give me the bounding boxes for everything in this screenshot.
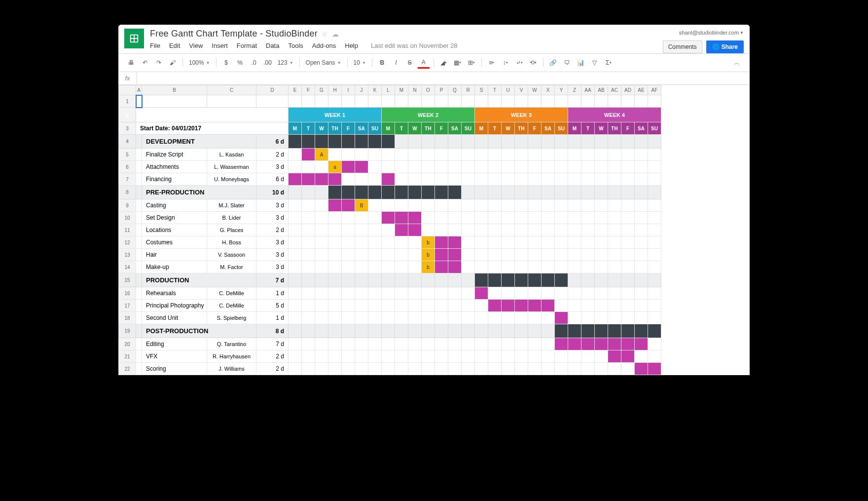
task-owner[interactable]: V. Sassoon — [207, 249, 256, 261]
row-header[interactable]: 8 — [119, 186, 136, 199]
day-header[interactable]: F — [435, 122, 448, 135]
col-header[interactable]: I — [342, 85, 355, 95]
task-duration[interactable]: 2 d — [256, 149, 289, 161]
comments-button[interactable]: Comments — [663, 40, 702, 53]
gantt-bar-cell[interactable] — [542, 300, 555, 312]
gantt-bar-cell[interactable] — [448, 249, 462, 261]
menu-insert[interactable]: Insert — [212, 42, 228, 49]
task-name[interactable]: Second Unit — [142, 312, 207, 324]
task-duration[interactable]: 2 d — [256, 350, 289, 363]
task-duration[interactable]: 6 d — [256, 173, 289, 186]
gantt-bar-cell[interactable] — [328, 199, 342, 212]
gantt-bar-cell[interactable]: b — [422, 249, 435, 261]
col-header[interactable]: C — [207, 85, 256, 95]
row-header[interactable]: 11 — [119, 224, 136, 236]
gantt-bar-cell[interactable] — [315, 173, 328, 186]
col-header[interactable]: AA — [581, 85, 595, 95]
project-title[interactable]: Shorts — [136, 108, 289, 122]
day-header[interactable]: W — [502, 122, 515, 135]
gantt-bar-cell[interactable]: b — [422, 261, 435, 273]
col-header[interactable]: D — [256, 85, 289, 95]
row-header[interactable]: 17 — [119, 300, 136, 312]
task-name[interactable]: Principal Photography — [142, 300, 207, 312]
row-header[interactable]: 9 — [119, 199, 136, 212]
day-header[interactable]: F — [528, 122, 542, 135]
gantt-bar-cell[interactable] — [528, 300, 542, 312]
col-header[interactable]: Q — [448, 85, 462, 95]
day-header[interactable]: SA — [448, 122, 462, 135]
gantt-bar-cell[interactable] — [608, 350, 621, 363]
gantt-bar-cell[interactable] — [475, 287, 488, 300]
gantt-bar-cell[interactable] — [302, 173, 315, 186]
row-header[interactable]: 21 — [119, 350, 136, 363]
task-name[interactable]: Make-up — [142, 261, 207, 273]
col-header[interactable]: A — [136, 85, 142, 95]
task-owner[interactable]: S. Spielberg — [207, 312, 256, 324]
menu-data[interactable]: Data — [266, 42, 279, 49]
decrease-decimal-icon[interactable]: .0 — [248, 57, 260, 69]
col-header[interactable]: AC — [608, 85, 621, 95]
col-header[interactable]: P — [435, 85, 448, 95]
task-duration[interactable]: 3 d — [256, 249, 289, 261]
col-header[interactable]: N — [408, 85, 422, 95]
gantt-bar-cell[interactable] — [502, 300, 515, 312]
start-date[interactable]: Start Date: 04/01/2017 — [136, 122, 289, 135]
gantt-bar-cell[interactable] — [435, 261, 448, 273]
task-name[interactable]: Finalize Script — [142, 149, 207, 161]
col-header[interactable]: J — [355, 85, 368, 95]
col-header[interactable]: K — [368, 85, 382, 95]
day-header[interactable]: T — [581, 122, 595, 135]
section-name[interactable]: POST-PRODUCTION — [142, 324, 256, 338]
strike-icon[interactable]: S — [404, 57, 416, 69]
row-header[interactable]: 7 — [119, 173, 136, 186]
task-duration[interactable]: 3 d — [256, 161, 289, 173]
gantt-bar-cell[interactable] — [555, 312, 568, 324]
task-owner[interactable]: R. Harryhausen — [207, 350, 256, 363]
task-duration[interactable]: 2 d — [256, 224, 289, 236]
col-header[interactable]: B — [142, 85, 207, 95]
menu-edit[interactable]: Edit — [169, 42, 180, 49]
day-header[interactable]: TH — [422, 122, 435, 135]
task-duration[interactable]: 1 d — [256, 287, 289, 300]
spreadsheet-grid[interactable]: ABCDEFGHIJKLMNOPQRSTUVWXYZAAABACADAEAF12… — [118, 85, 661, 375]
task-owner[interactable]: U. Moneybags — [207, 173, 256, 186]
task-name[interactable]: Set Design — [142, 212, 207, 224]
week-header[interactable]: WEEK 1 — [289, 108, 382, 122]
section-duration[interactable]: 10 d — [256, 186, 289, 199]
task-owner[interactable]: L. Kasdan — [207, 149, 256, 161]
gantt-bar-cell[interactable] — [608, 338, 621, 350]
task-name[interactable]: Casting — [142, 199, 207, 212]
col-header[interactable]: V — [515, 85, 528, 95]
chart-icon[interactable]: 📊 — [575, 57, 587, 69]
day-header[interactable]: M — [568, 122, 581, 135]
col-header[interactable]: R — [462, 85, 475, 95]
task-duration[interactable]: 7 d — [256, 338, 289, 350]
gantt-bar-cell[interactable] — [635, 338, 648, 350]
task-name[interactable]: Hair — [142, 249, 207, 261]
percent-icon[interactable]: % — [234, 57, 246, 69]
col-header[interactable]: G — [315, 85, 328, 95]
task-owner[interactable]: M.J. Slater — [207, 199, 256, 212]
row-header[interactable]: 22 — [119, 363, 136, 375]
gantt-bar-cell[interactable] — [342, 161, 355, 173]
rotate-icon[interactable]: ⟲▾ — [527, 57, 539, 69]
task-name[interactable]: Costumes — [142, 236, 207, 249]
redo-icon[interactable]: ↷ — [153, 57, 165, 69]
share-button[interactable]: 🌐 Share — [706, 40, 744, 53]
day-header[interactable]: T — [302, 122, 315, 135]
col-header[interactable]: U — [502, 85, 515, 95]
day-header[interactable]: TH — [328, 122, 342, 135]
task-name[interactable]: Locations — [142, 224, 207, 236]
gantt-bar-cell[interactable] — [435, 249, 448, 261]
menu-file[interactable]: File — [150, 42, 160, 49]
week-header[interactable]: WEEK 2 — [382, 108, 475, 122]
task-owner[interactable]: G. Places — [207, 224, 256, 236]
collapse-toolbar-icon[interactable]: ︿ — [731, 57, 743, 69]
day-header[interactable]: SU — [555, 122, 568, 135]
gantt-bar-cell[interactable] — [448, 261, 462, 273]
gantt-bar-cell[interactable] — [448, 236, 462, 249]
v-align-icon[interactable]: ↕▾ — [500, 57, 511, 69]
menu-format[interactable]: Format — [237, 42, 257, 49]
cell-a1[interactable] — [136, 95, 142, 108]
menu-help[interactable]: Help — [345, 42, 358, 49]
